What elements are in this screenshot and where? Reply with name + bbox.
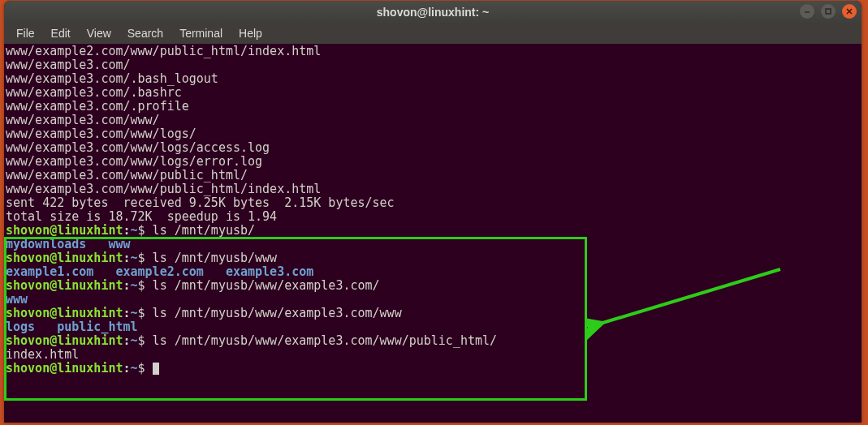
output-line: www/example3.com/: [6, 58, 860, 72]
prompt-line: shovon@linuxhint:~$ ls /mnt/myusb/www: [6, 251, 860, 265]
window-title: shovon@linuxhint: ~: [377, 6, 489, 19]
dir-entry: example2.com: [115, 264, 203, 279]
prompt-line: shovon@linuxhint:~$ ls /mnt/myusb/www/ex…: [6, 279, 860, 293]
prompt-colon: :: [123, 223, 131, 238]
prompt-at: @: [50, 223, 57, 238]
minimize-button[interactable]: [800, 4, 814, 19]
dir-entry: mydownloads: [6, 237, 86, 251]
terminal-window: shovon@linuxhint: ~ File Edit View Searc…: [4, 1, 862, 423]
dir-entry: logs: [6, 320, 35, 334]
output-line: www/example3.com/www/: [6, 114, 860, 127]
menu-help[interactable]: Help: [231, 25, 270, 42]
prompt-sigil: $: [138, 223, 145, 238]
window-controls: [800, 4, 857, 19]
output-line: index.html: [6, 348, 860, 362]
maximize-button[interactable]: [821, 4, 836, 19]
prompt-cwd: ~: [131, 223, 138, 238]
output-line: www/example3.com/www/logs/access.log: [6, 141, 860, 155]
file-entry: index.html: [6, 347, 79, 362]
menubar: File Edit View Search Terminal Help: [4, 24, 862, 44]
output-line: mydownloads www: [6, 238, 860, 251]
output-line: www/example3.com/.profile: [6, 100, 860, 114]
menu-edit[interactable]: Edit: [44, 25, 78, 42]
menu-search[interactable]: Search: [120, 25, 171, 42]
output-line: www/example3.com/www/logs/error.log: [6, 155, 860, 169]
dir-entry: public_html: [57, 320, 137, 334]
titlebar: shovon@linuxhint: ~: [4, 1, 862, 24]
dir-entry: example3.com: [226, 264, 313, 279]
prompt-host: linuxhint: [57, 223, 123, 238]
output-line: logs public_html: [6, 320, 860, 334]
output-line: www: [6, 293, 860, 307]
prompt-line: shovon@linuxhint:~$ ls /mnt/myusb/www/ex…: [6, 334, 860, 348]
command-text: ls /mnt/myusb/www: [145, 251, 278, 265]
prompt-user: shovon: [6, 223, 50, 238]
output-line: www/example3.com/www/public_html/: [6, 169, 860, 182]
output-line: www/example3.com/.bashrc: [6, 86, 860, 100]
prompt-line: shovon@linuxhint:~$ ls /mnt/myusb/www/ex…: [6, 307, 860, 320]
command-text: ls /mnt/myusb/www/example3.com/www/publi…: [145, 333, 497, 348]
dir-entry: www: [6, 292, 28, 307]
dir-entry: www: [108, 237, 130, 251]
output-line: example1.com example2.com example3.com: [6, 265, 860, 279]
close-button[interactable]: [842, 4, 857, 19]
command-text: ls /mnt/myusb/www/example3.com/www: [145, 306, 402, 320]
command-text: ls /mnt/myusb/www/example3.com/: [145, 278, 380, 293]
command-text: ls /mnt/myusb/: [145, 223, 255, 238]
menu-file[interactable]: File: [9, 25, 42, 42]
cursor: [153, 363, 159, 375]
terminal-body[interactable]: www/example2.com/www/public_html/index.h…: [4, 44, 862, 376]
output-line: www/example2.com/www/public_html/index.h…: [6, 45, 860, 58]
menu-terminal[interactable]: Terminal: [172, 25, 230, 42]
prompt-line: shovon@linuxhint:~$ ls /mnt/myusb/: [6, 224, 860, 238]
output-line: www/example3.com/www/public_html/index.h…: [6, 182, 860, 196]
menu-view[interactable]: View: [80, 25, 119, 42]
output-line: total size is 18.72K speedup is 1.94: [6, 210, 860, 224]
svg-rect-1: [826, 9, 831, 14]
output-line: www/example3.com/.bash_logout: [6, 72, 860, 86]
output-line: sent 422 bytes received 9.25K bytes 2.15…: [6, 196, 860, 210]
dir-entry: example1.com: [6, 264, 93, 279]
output-line: www/example3.com/www/logs/: [6, 127, 860, 141]
prompt-line: shovon@linuxhint:~$: [6, 362, 860, 376]
